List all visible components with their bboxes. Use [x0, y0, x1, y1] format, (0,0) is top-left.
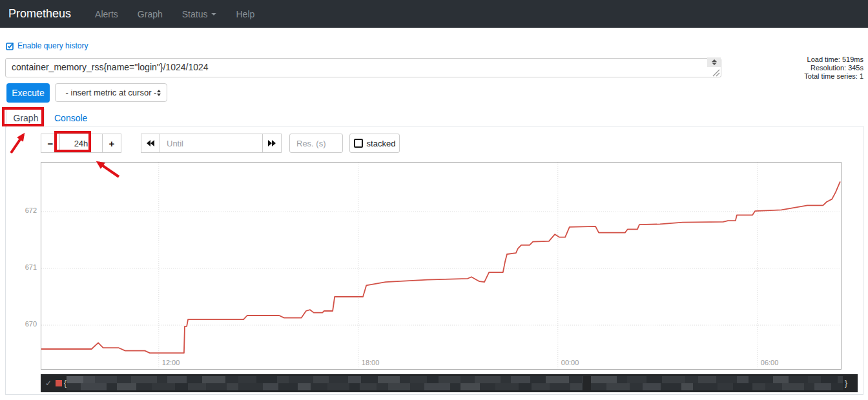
legend-blur-block [187, 376, 202, 383]
range-input[interactable] [59, 134, 103, 153]
legend-blur-block [773, 376, 789, 383]
legend-enable-check-icon[interactable]: ✓ [45, 379, 52, 388]
legend-blur-block [238, 383, 263, 390]
legend-blur-block [821, 376, 838, 383]
time-forward-button[interactable] [262, 134, 282, 153]
query-expression-input[interactable]: container_memory_rss{name="login"}/1024/… [5, 58, 721, 77]
graph-panel: − + stacked 672671670 [5, 126, 863, 395]
legend-blur-block [511, 376, 530, 383]
legend-blur-row [67, 383, 583, 390]
textarea-resize-stepper[interactable] [707, 57, 721, 67]
legend-blur-block [188, 383, 206, 390]
execute-button[interactable]: Execute [6, 83, 50, 103]
insert-metric-label: - insert metric at cursor - [66, 88, 157, 97]
legend-blur-block [582, 383, 583, 390]
legend-close-brace: } [845, 379, 847, 388]
legend-blur-block [81, 383, 107, 390]
stacked-toggle[interactable]: stacked [349, 134, 400, 153]
legend-blur-block [313, 376, 329, 383]
nav-item-label: Graph [138, 9, 163, 19]
legend-blur-block [546, 376, 569, 383]
until-input[interactable] [160, 134, 263, 153]
legend-blur-block [360, 383, 377, 390]
until-control-group [141, 134, 282, 153]
nav-item-graph[interactable]: Graph [128, 9, 172, 19]
nav-item-alerts[interactable]: Alerts [85, 9, 128, 19]
time-back-button[interactable] [141, 134, 160, 153]
legend-blur-block [410, 376, 427, 383]
legend-blur-block [227, 383, 238, 390]
legend-blur-block [117, 383, 136, 390]
chevron-down-icon [712, 63, 717, 65]
legend-blur-block [749, 376, 773, 383]
legend-blur-block [789, 376, 808, 383]
chart-area: 672671670 12:0018:0000:0006:00 [6, 162, 863, 368]
legend-blur-block [427, 376, 439, 383]
nav-item-label: Alerts [95, 9, 118, 19]
legend-blur-block [569, 376, 582, 383]
legend-blur-block [617, 376, 627, 383]
legend-blur-block [424, 383, 450, 390]
legend-blur-block [782, 383, 804, 390]
legend-blur-block [643, 383, 661, 390]
legend-blur-block [661, 383, 681, 390]
line-chart: 12:0018:0000:0006:00 [41, 163, 841, 369]
legend-blur-block [698, 376, 716, 383]
insert-metric-select[interactable]: - insert metric at cursor - [55, 83, 167, 102]
enable-query-history-link[interactable]: Enable query history [6, 41, 88, 50]
x-axis-label: 06:00 [761, 359, 779, 366]
total-time-series: Total time series: 1 [734, 72, 863, 81]
legend-blur-block [175, 383, 188, 390]
legend-blur-block [716, 376, 737, 383]
legend-blur-block [831, 383, 843, 390]
tab-graph[interactable]: Graph [6, 108, 45, 128]
legend-blur-block [475, 376, 501, 383]
range-increase-button[interactable]: + [102, 134, 121, 153]
legend-blur-block [157, 376, 167, 383]
select-updown-icon [157, 90, 161, 96]
brand[interactable]: Prometheus [8, 7, 71, 21]
legend-blur-block [378, 376, 400, 383]
legend-blur-block [808, 376, 821, 383]
nav-item-status[interactable]: Status [172, 9, 227, 19]
legend-bar: ✓ { } [41, 374, 858, 392]
legend-blur-block [410, 383, 424, 390]
legend-blur-block [582, 376, 583, 383]
legend-blur-block [501, 376, 511, 383]
nav-items: Alerts Graph Status Help [85, 9, 264, 19]
legend-blur-block [530, 376, 546, 383]
resize-grip-icon[interactable] [712, 69, 721, 77]
legend-blur-block [480, 383, 495, 390]
legend-blur-block [225, 376, 238, 383]
y-axis-label: 670 [6, 320, 37, 328]
legend-blur-block [681, 383, 693, 390]
legend-blur-block [400, 376, 410, 383]
tab-bar: Graph Console [5, 108, 96, 128]
legend-blur-block [131, 376, 157, 383]
legend-blur-block [349, 383, 360, 390]
legend-blur-block [348, 376, 361, 383]
nav-item-help[interactable]: Help [226, 9, 264, 19]
legend-blur-block [117, 376, 131, 383]
legend-blur-block [591, 376, 617, 383]
legend-blur-block [256, 376, 277, 383]
legend-blur-block [838, 376, 843, 383]
legend-series-swatch [56, 380, 62, 386]
legend-blur-block [814, 383, 831, 390]
legend-blur-block [439, 376, 460, 383]
range-decrease-button[interactable]: − [41, 134, 60, 153]
navbar: Prometheus Alerts Graph Status Help [0, 0, 868, 28]
legend-blur-block [532, 383, 550, 390]
chevron-down-icon [211, 13, 216, 15]
legend-blur-block [765, 383, 782, 390]
x-axis-label: 12:00 [162, 359, 180, 366]
resolution-input[interactable] [289, 134, 343, 153]
legend-blur-block [570, 383, 582, 390]
legend-blur-block [95, 376, 117, 383]
legend-blur-block [278, 383, 298, 390]
tab-console[interactable]: Console [45, 110, 96, 126]
plot-region[interactable]: 12:0018:0000:0006:00 [41, 162, 842, 370]
query-stats: Load time: 519ms Resolution: 345s Total … [734, 55, 863, 81]
enable-query-history-label: Enable query history [17, 41, 88, 50]
legend-blur-block [361, 376, 378, 383]
